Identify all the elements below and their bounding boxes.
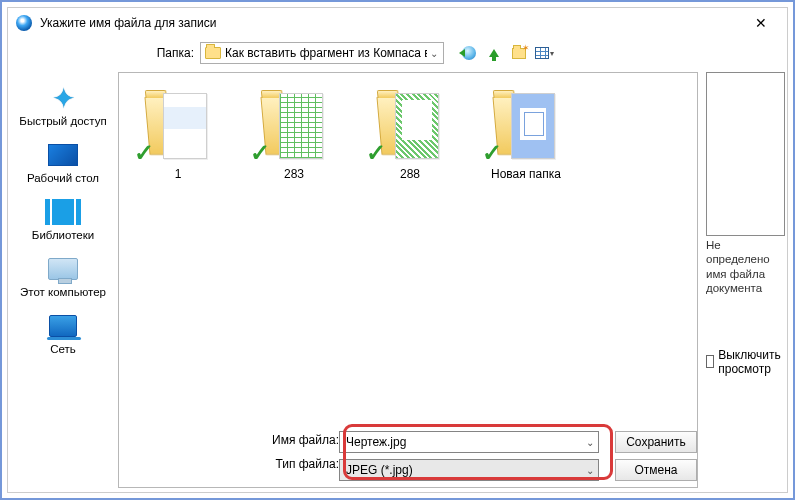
save-dialog: Укажите имя файла для записи ✕ Папка: Ка… — [7, 7, 788, 493]
preview-panel: Не определено имя файла документа Выключ… — [704, 68, 793, 492]
check-icon: ✓ — [482, 139, 502, 167]
place-label: Библиотеки — [32, 229, 94, 241]
filename-label: Имя файла: — [259, 433, 339, 447]
preview-message: Не определено имя файла документа — [706, 238, 785, 296]
filetype-label: Тип файла: — [259, 457, 339, 471]
place-quick-access[interactable]: ✦ Быстрый доступ — [8, 80, 118, 133]
place-desktop[interactable]: Рабочий стол — [8, 137, 118, 190]
folder-label: Папка: — [148, 46, 194, 60]
checkbox-icon — [706, 355, 714, 368]
file-fields: Имя файла: Тип файла: Чертеж.jpg ⌄ JPEG … — [119, 425, 697, 487]
filename-combo[interactable]: Чертеж.jpg ⌄ — [339, 431, 599, 453]
check-icon: ✓ — [366, 139, 386, 167]
chevron-down-icon: ⌄ — [586, 437, 594, 448]
back-button[interactable] — [458, 42, 480, 64]
new-folder-icon — [512, 48, 526, 59]
place-label: Быстрый доступ — [19, 115, 106, 127]
folder-item[interactable]: ✓ 288 — [365, 89, 455, 181]
back-icon — [462, 46, 476, 60]
place-libraries[interactable]: Библиотеки — [8, 194, 118, 247]
check-icon: ✓ — [250, 139, 270, 167]
cancel-button[interactable]: Отмена — [615, 459, 697, 481]
place-label: Сеть — [50, 343, 76, 355]
app-icon — [16, 15, 32, 31]
folder-label: 288 — [400, 167, 420, 181]
chevron-down-icon: ▾ — [550, 49, 554, 58]
up-button[interactable] — [483, 42, 505, 64]
folder-label: 283 — [284, 167, 304, 181]
libraries-icon — [52, 199, 74, 225]
folder-icon — [205, 47, 221, 59]
preview-box — [706, 72, 785, 236]
views-icon — [535, 47, 549, 59]
up-icon — [489, 49, 499, 57]
network-icon — [49, 315, 77, 337]
window-title: Укажите имя файла для записи — [40, 16, 741, 30]
pc-icon — [48, 258, 78, 280]
disable-preview-checkbox[interactable]: Выключить просмотр — [706, 348, 785, 376]
places-bar: ✦ Быстрый доступ Рабочий стол Библиотеки… — [8, 68, 118, 492]
folder-label: 1 — [175, 167, 182, 181]
desktop-icon — [48, 144, 78, 166]
star-icon: ✦ — [52, 82, 75, 115]
new-folder-button[interactable] — [508, 42, 530, 64]
chevron-down-icon: ⌄ — [427, 48, 441, 59]
folder-label: Новая папка — [491, 167, 561, 181]
folder-item[interactable]: ✓ 283 — [249, 89, 339, 181]
check-icon: ✓ — [134, 139, 154, 167]
place-network[interactable]: Сеть — [8, 308, 118, 361]
folder-item[interactable]: ✓ 1 — [133, 89, 223, 181]
folder-combo-text: Как вставить фрагмент из Компаса в Вор — [225, 46, 427, 60]
disable-preview-label: Выключить просмотр — [718, 348, 785, 376]
file-list[interactable]: ✓ 1 ✓ 283 ✓ — [119, 73, 697, 425]
views-button[interactable]: ▾ — [533, 42, 555, 64]
save-button[interactable]: Сохранить — [615, 431, 697, 453]
folder-combo[interactable]: Как вставить фрагмент из Компаса в Вор ⌄ — [200, 42, 444, 64]
filetype-value: JPEG (*.jpg) — [346, 463, 413, 477]
place-label: Этот компьютер — [20, 286, 106, 298]
place-label: Рабочий стол — [27, 172, 99, 184]
titlebar: Укажите имя файла для записи ✕ — [8, 8, 787, 38]
filetype-combo[interactable]: JPEG (*.jpg) ⌄ — [339, 459, 599, 481]
place-this-pc[interactable]: Этот компьютер — [8, 251, 118, 304]
folder-row: Папка: Как вставить фрагмент из Компаса … — [8, 38, 787, 68]
chevron-down-icon: ⌄ — [586, 465, 594, 476]
close-button[interactable]: ✕ — [741, 15, 781, 31]
filename-value: Чертеж.jpg — [346, 435, 406, 449]
folder-item[interactable]: ✓ Новая папка — [481, 89, 571, 181]
